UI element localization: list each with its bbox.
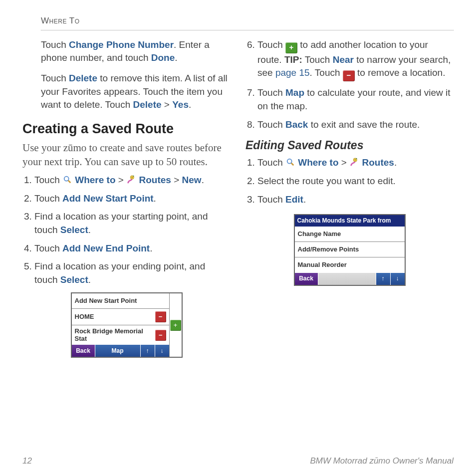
ui-ref: Where to: [295, 157, 339, 168]
back-button: Back: [295, 273, 318, 285]
step: Touch + to add another location to your …: [257, 38, 454, 82]
down-arrow-icon: ↓: [391, 273, 405, 285]
plus-icon: +: [285, 42, 297, 53]
ui-ref: Select: [60, 274, 88, 285]
page-footer: 12 BMW Motorrad zūmo Owner's Manual: [22, 455, 454, 467]
down-arrow-icon: ↓: [155, 345, 169, 357]
step: Touch Where to > Routes > New.: [34, 174, 231, 187]
section-title: Creating a Saved Route: [22, 120, 231, 139]
back-button: Back: [72, 345, 95, 357]
page-link[interactable]: page 15: [275, 67, 310, 78]
add-icon: +: [170, 320, 181, 331]
list-item: Change Name: [295, 227, 405, 242]
ui-ref: Yes: [172, 99, 189, 110]
step: Find a location as your starting point, …: [34, 210, 231, 237]
magnifier-icon: [285, 157, 295, 166]
paragraph: Touch Change Phone Number. Enter a phone…: [41, 38, 231, 65]
ui-ref: Back: [285, 119, 308, 130]
ui-ref: Where to: [72, 175, 116, 185]
paragraph: Touch Delete to remove this item. A list…: [41, 72, 231, 112]
ui-ref: Routes: [359, 157, 394, 168]
magnifier-icon: [62, 175, 72, 184]
device-nav: Back ↑ ↓: [295, 273, 405, 285]
nav-spacer: [318, 273, 376, 285]
step: Find a location as your ending point, an…: [34, 260, 231, 286]
subsection-title: Editing Saved Routes: [245, 137, 454, 153]
device-screenshot: Cahokia Mounds State Park from Change Na…: [294, 214, 406, 285]
ui-ref: Done: [151, 52, 175, 63]
list-item: Add/Remove Points: [295, 242, 405, 257]
ui-ref: Near: [333, 54, 354, 65]
route-icon: [126, 175, 136, 184]
list-item: Rock Bridge Memorial Stat−: [72, 325, 169, 345]
list-item: HOME−: [72, 309, 169, 325]
step: Touch Add New End Point.: [34, 242, 231, 255]
route-icon: [349, 157, 359, 166]
ui-ref: Add New Start Point: [62, 193, 154, 204]
device-nav: Back Map ↑ ↓: [72, 345, 169, 357]
list-item: Manual Reorder: [295, 257, 405, 272]
section-intro: Use your zūmo to create and save routes …: [22, 141, 231, 169]
map-button: Map: [95, 345, 141, 357]
page-number: 12: [22, 455, 32, 467]
device-screenshot: Add New Start Point HOME− Rock Bridge Me…: [71, 292, 183, 358]
list-item: Add New Start Point: [72, 293, 169, 309]
step: Select the route you want to edit.: [257, 175, 454, 188]
device-title: Cahokia Mounds State Park from: [295, 215, 405, 227]
tip-label: TIP:: [284, 54, 302, 65]
ui-ref: Edit: [285, 194, 303, 205]
ui-ref: Routes: [136, 175, 171, 185]
ui-ref: Change Phone Number: [69, 39, 174, 50]
ui-ref: Delete: [133, 99, 162, 110]
ui-ref: Map: [285, 87, 304, 98]
remove-icon: −: [155, 330, 166, 341]
step: Touch Edit.: [257, 193, 454, 207]
ui-ref: Add New End Point: [62, 243, 150, 253]
up-arrow-icon: ↑: [141, 345, 155, 357]
steps-list: Touch Where to > Routes. Select the rout…: [245, 156, 454, 206]
step: Touch Add New Start Point.: [34, 192, 231, 206]
remove-icon: −: [155, 311, 166, 322]
up-arrow-icon: ↑: [376, 273, 391, 285]
step: Touch Back to exit and save the route.: [257, 118, 454, 132]
step: Touch Map to calculate your route, and v…: [257, 86, 454, 113]
manual-title: BMW Motorrad zūmo Owner's Manual: [310, 455, 454, 467]
steps-list: Touch Where to > Routes > New. Touch Add…: [22, 174, 231, 286]
ui-ref: Delete: [69, 73, 97, 83]
steps-list: Touch + to add another location to your …: [245, 38, 454, 131]
minus-icon: −: [343, 70, 355, 81]
header-divider: [41, 30, 454, 30]
ui-ref: New: [182, 175, 202, 185]
section-header: Where To: [41, 15, 454, 27]
ui-ref: Select: [60, 225, 88, 235]
step: Touch Where to > Routes.: [257, 156, 454, 170]
